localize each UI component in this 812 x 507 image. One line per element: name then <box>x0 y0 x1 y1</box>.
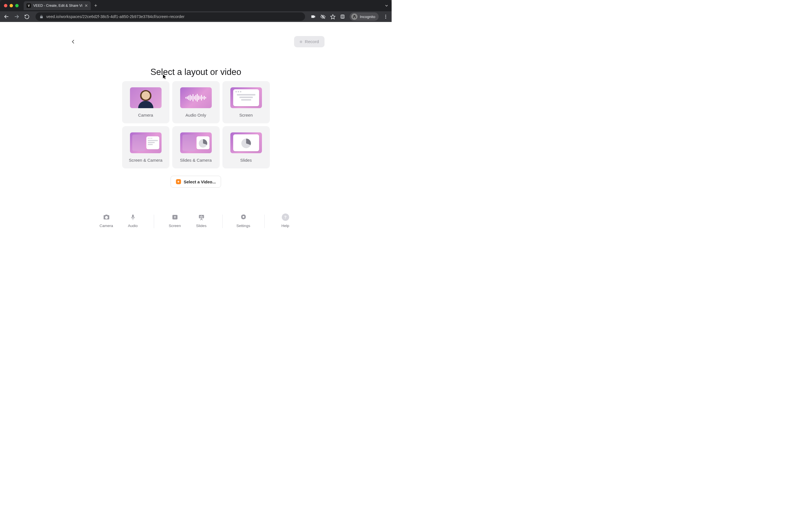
camera-indicator-icon[interactable] <box>311 14 316 19</box>
card-label: Slides <box>240 158 252 163</box>
svg-point-7 <box>386 15 386 15</box>
incognito-icon <box>351 13 357 20</box>
presentation-icon <box>198 214 205 221</box>
page-content: Record Select a layout or video Camera A… <box>0 22 392 244</box>
extensions-icon[interactable] <box>340 14 345 19</box>
bottom-label: Audio <box>128 224 138 228</box>
tab-strip: V VEED - Create, Edit & Share Vi ✕ + <box>0 0 392 11</box>
sparkle-icon: ✦ <box>176 179 181 184</box>
nav-forward-icon[interactable] <box>13 13 20 20</box>
svg-point-14 <box>243 216 244 218</box>
record-button[interactable]: Record <box>294 36 324 47</box>
svg-rect-11 <box>132 215 134 218</box>
layout-card-camera[interactable]: Camera <box>122 81 169 123</box>
incognito-label: Incognito <box>360 15 375 19</box>
separator <box>154 215 154 228</box>
thumb-slides-icon <box>231 132 262 153</box>
tab-title: VEED - Create, Edit & Share Vi <box>33 4 82 8</box>
bottom-screen[interactable]: Screen <box>167 214 182 228</box>
toolbar-right: Incognito <box>311 12 388 21</box>
page-header: Record <box>0 36 392 47</box>
screen-upload-icon <box>171 214 179 221</box>
lock-icon <box>40 15 43 18</box>
new-tab-button[interactable]: + <box>94 3 97 9</box>
incognito-indicator[interactable]: Incognito <box>350 12 378 21</box>
separator <box>222 215 222 228</box>
card-label: Screen & Camera <box>129 158 162 163</box>
svg-rect-5 <box>341 15 344 18</box>
minimize-window-icon[interactable] <box>10 4 13 7</box>
camera-icon <box>103 214 110 221</box>
browser-tab[interactable]: V VEED - Create, Edit & Share Vi ✕ <box>24 1 91 10</box>
star-icon[interactable] <box>330 14 336 19</box>
eye-off-icon[interactable] <box>320 14 326 19</box>
close-window-icon[interactable] <box>4 4 7 7</box>
layout-card-slides-camera[interactable]: Slides & Camera <box>172 126 220 168</box>
bottom-toolbar: Camera Audio Screen Slides Setting <box>99 214 293 228</box>
microphone-icon <box>129 214 137 221</box>
svg-point-9 <box>386 18 386 18</box>
help-icon: ? <box>282 214 289 221</box>
select-video-button[interactable]: ✦ Select a Video... <box>170 176 221 187</box>
svg-point-10 <box>105 217 107 218</box>
bottom-slides[interactable]: Slides <box>194 214 209 228</box>
bottom-camera[interactable]: Camera <box>99 214 114 228</box>
thumb-camera-icon <box>130 87 161 108</box>
bottom-label: Help <box>282 224 289 228</box>
separator <box>264 215 264 228</box>
bottom-audio[interactable]: Audio <box>125 214 140 228</box>
select-video-label: Select a Video... <box>184 179 216 184</box>
bottom-label: Screen <box>169 224 181 228</box>
gear-icon <box>240 214 247 221</box>
tabs-menu-icon[interactable] <box>384 3 389 8</box>
kebab-menu-icon[interactable] <box>383 14 388 19</box>
thumb-audio-icon <box>180 87 212 108</box>
bottom-settings[interactable]: Settings <box>236 214 251 228</box>
record-label: Record <box>305 39 319 44</box>
page-title: Select a layout or video <box>0 67 392 77</box>
layout-card-audio-only[interactable]: Audio Only <box>172 81 220 123</box>
thumb-screen-camera-icon <box>130 132 161 153</box>
layout-card-screen-camera[interactable]: Screen & Camera <box>122 126 169 168</box>
maximize-window-icon[interactable] <box>15 4 18 7</box>
record-dot-icon <box>300 41 302 43</box>
layout-card-screen[interactable]: Screen <box>222 81 270 123</box>
svg-point-8 <box>386 16 386 17</box>
thumb-slides-camera-icon <box>180 132 212 153</box>
layout-grid: Camera Audio Only Screen <box>122 81 270 168</box>
bottom-label: Settings <box>237 224 250 228</box>
url-text: veed.io/workspaces/22ce6d2f-38c5-4df1-a8… <box>46 14 185 19</box>
bottom-label: Camera <box>100 224 113 228</box>
bottom-help[interactable]: ? Help <box>278 214 293 228</box>
browser-chrome: V VEED - Create, Edit & Share Vi ✕ + vee… <box>0 0 392 22</box>
card-label: Screen <box>239 113 253 117</box>
mouse-cursor-icon <box>163 74 167 79</box>
window-controls[interactable] <box>4 4 18 7</box>
card-label: Audio Only <box>186 113 206 117</box>
url-field[interactable]: veed.io/workspaces/22ce6d2f-38c5-4df1-a8… <box>36 12 305 21</box>
card-label: Slides & Camera <box>180 158 212 163</box>
svg-rect-6 <box>342 15 343 18</box>
tab-favicon-icon: V <box>27 3 31 8</box>
card-label: Camera <box>138 113 153 117</box>
nav-back-icon[interactable] <box>3 13 10 20</box>
close-tab-icon[interactable]: ✕ <box>85 3 88 8</box>
thumb-screen-icon <box>231 87 262 108</box>
address-bar: veed.io/workspaces/22ce6d2f-38c5-4df1-a8… <box>0 11 392 22</box>
layout-card-slides[interactable]: Slides <box>222 126 270 168</box>
back-button[interactable] <box>69 38 77 46</box>
reload-icon[interactable] <box>24 13 30 20</box>
bottom-label: Slides <box>196 224 207 228</box>
svg-marker-4 <box>331 14 335 19</box>
